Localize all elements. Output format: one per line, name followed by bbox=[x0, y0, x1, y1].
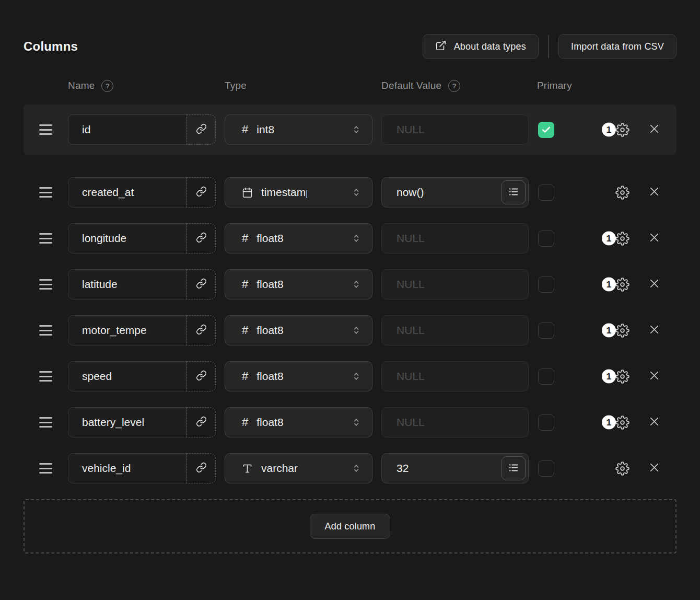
column-type-select[interactable]: # float8 bbox=[225, 223, 372, 253]
remove-column-button[interactable] bbox=[648, 278, 660, 291]
foreign-key-link-button[interactable] bbox=[186, 407, 216, 437]
foreign-key-link-button[interactable] bbox=[186, 223, 216, 253]
settings-cell: 1 bbox=[615, 370, 629, 384]
settings-gear-button[interactable] bbox=[615, 461, 629, 477]
settings-gear-button[interactable] bbox=[615, 324, 629, 339]
primary-checkbox[interactable] bbox=[538, 122, 554, 138]
remove-column-button[interactable] bbox=[648, 461, 660, 475]
row-actions: 1 bbox=[615, 278, 676, 292]
default-value-input[interactable] bbox=[381, 223, 529, 253]
settings-gear-button[interactable] bbox=[615, 123, 629, 139]
settings-gear-button[interactable] bbox=[615, 186, 629, 201]
hash-icon: # bbox=[242, 416, 248, 429]
drag-handle-icon[interactable] bbox=[39, 461, 52, 476]
settings-gear-button[interactable] bbox=[615, 370, 629, 385]
primary-header-label: Primary bbox=[537, 80, 572, 91]
remove-column-button[interactable] bbox=[648, 324, 660, 337]
column-name-input[interactable] bbox=[68, 315, 187, 345]
remove-column-button[interactable] bbox=[648, 416, 660, 429]
drag-handle-icon[interactable] bbox=[39, 185, 52, 200]
column-name-input[interactable] bbox=[68, 453, 187, 483]
default-value-header: Default Value ? bbox=[381, 80, 537, 92]
default-value-help-icon[interactable]: ? bbox=[448, 80, 460, 92]
column-type-label: timestamp bbox=[261, 186, 307, 199]
column-type-select[interactable]: # float8 bbox=[225, 269, 372, 299]
row-actions bbox=[615, 186, 676, 200]
column-name-input[interactable] bbox=[68, 223, 187, 253]
name-header-label: Name bbox=[68, 80, 95, 91]
name-cell bbox=[68, 453, 216, 483]
default-value-input[interactable] bbox=[381, 114, 529, 145]
settings-gear-button[interactable] bbox=[615, 416, 629, 431]
link-icon bbox=[196, 416, 207, 429]
primary-checkbox[interactable] bbox=[538, 184, 554, 201]
toolbar-divider bbox=[548, 35, 549, 58]
import-csv-button[interactable]: Import data from CSV bbox=[558, 34, 676, 59]
primary-checkbox[interactable] bbox=[538, 460, 554, 477]
drag-handle-icon[interactable] bbox=[39, 415, 52, 430]
primary-checkbox[interactable] bbox=[538, 276, 554, 293]
column-name-input[interactable] bbox=[68, 177, 187, 207]
foreign-key-link-button[interactable] bbox=[186, 269, 216, 299]
add-column-button[interactable]: Add column bbox=[310, 514, 390, 539]
foreign-key-link-button[interactable] bbox=[186, 361, 216, 391]
row-actions: 1 bbox=[615, 324, 676, 338]
foreign-key-link-button[interactable] bbox=[186, 114, 216, 145]
remove-column-button[interactable] bbox=[648, 123, 660, 136]
chevron-updown-icon bbox=[351, 279, 361, 290]
remove-column-button[interactable] bbox=[648, 232, 660, 245]
default-value-input[interactable] bbox=[381, 407, 529, 437]
fk-count-badge: 1 bbox=[602, 370, 616, 384]
default-value-input[interactable] bbox=[381, 361, 529, 391]
gear-icon bbox=[615, 232, 629, 247]
column-type-select[interactable]: # varchar bbox=[225, 453, 372, 483]
column-row-longitude: # float8 1 bbox=[24, 223, 676, 253]
default-value-cell bbox=[381, 361, 529, 391]
close-icon bbox=[648, 324, 660, 337]
about-data-types-button[interactable]: About data types bbox=[423, 34, 539, 59]
drag-handle-icon[interactable] bbox=[39, 231, 52, 246]
column-name-input[interactable] bbox=[68, 407, 187, 437]
column-type-select[interactable]: # float8 bbox=[225, 407, 372, 437]
drag-handle-icon[interactable] bbox=[39, 323, 52, 338]
settings-gear-button[interactable] bbox=[615, 232, 629, 247]
default-value-input[interactable] bbox=[381, 315, 529, 345]
primary-checkbox[interactable] bbox=[538, 414, 554, 431]
link-icon bbox=[196, 186, 207, 199]
column-name-input[interactable] bbox=[68, 114, 187, 145]
remove-column-button[interactable] bbox=[648, 186, 660, 199]
name-help-icon[interactable]: ? bbox=[101, 80, 113, 92]
expression-picker-button[interactable] bbox=[501, 180, 526, 204]
column-row-id: # int8 1 bbox=[24, 105, 676, 155]
settings-gear-button[interactable] bbox=[615, 278, 629, 293]
expression-picker-button[interactable] bbox=[501, 456, 526, 480]
close-icon bbox=[648, 123, 660, 136]
primary-checkbox[interactable] bbox=[538, 230, 554, 247]
settings-cell: 1 bbox=[615, 278, 629, 292]
remove-column-button[interactable] bbox=[648, 370, 660, 383]
column-type-label: float8 bbox=[256, 278, 283, 291]
row-actions bbox=[615, 461, 676, 476]
fk-count-badge: 1 bbox=[602, 232, 616, 246]
drag-handle-icon[interactable] bbox=[39, 369, 52, 384]
drag-handle-icon[interactable] bbox=[39, 277, 52, 292]
default-value-input[interactable] bbox=[381, 269, 529, 299]
name-cell bbox=[68, 177, 216, 207]
column-type-select[interactable]: # float8 bbox=[225, 361, 372, 391]
panel-header: Columns About data types Import data fro… bbox=[24, 33, 676, 60]
column-type-select[interactable]: # float8 bbox=[225, 315, 372, 345]
foreign-key-link-button[interactable] bbox=[186, 453, 216, 483]
drag-handle-icon[interactable] bbox=[39, 122, 52, 137]
column-row-latitude: # float8 1 bbox=[24, 269, 676, 299]
column-row-motor_tempe: # float8 1 bbox=[24, 315, 676, 345]
column-type-select[interactable]: # timestamp bbox=[225, 177, 372, 207]
foreign-key-link-button[interactable] bbox=[186, 315, 216, 345]
column-type-select[interactable]: # int8 bbox=[225, 114, 372, 145]
row-actions: 1 bbox=[615, 123, 676, 137]
column-rows-list: # int8 1 bbox=[24, 105, 676, 483]
column-name-input[interactable] bbox=[68, 269, 187, 299]
primary-checkbox[interactable] bbox=[538, 322, 554, 339]
primary-checkbox[interactable] bbox=[538, 368, 554, 385]
foreign-key-link-button[interactable] bbox=[186, 177, 216, 207]
column-name-input[interactable] bbox=[68, 361, 187, 391]
